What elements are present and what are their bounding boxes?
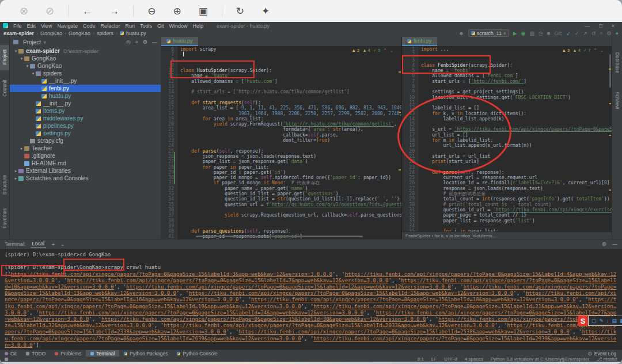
code-line[interactable]: 10 location_dict = settings.get('FBSC_LO…	[402, 95, 612, 100]
code-line[interactable]: 16 s_url = 'https://tiku.fenbi.com/api/x…	[402, 127, 612, 132]
menu-run[interactable]: Run	[125, 23, 135, 29]
menu-code[interactable]: Code	[83, 23, 96, 29]
editor-tab-huatu[interactable]: huatu.py	[161, 37, 198, 46]
url-link[interactable]: https://tiku.fenbi.com/api/xingce/papers…	[126, 284, 451, 290]
toolwindow-tab-sciview[interactable]: SciView	[615, 92, 620, 109]
prev-issue-icon[interactable]: ⌃	[383, 48, 386, 53]
tree-chevron-icon[interactable]: ▸	[13, 176, 18, 181]
menu-git[interactable]: Git	[157, 23, 164, 29]
collapse-all-icon[interactable]: ≡	[135, 39, 138, 45]
code-line[interactable]: 15	[161, 95, 401, 100]
tree-chevron-icon[interactable]: ▾	[31, 71, 36, 76]
code-line[interactable]: 13	[161, 84, 401, 89]
code-line[interactable]: 17 area_list = [-9, 1, 11, 41, 225, 356,…	[161, 105, 401, 111]
code-line[interactable]: 34	[402, 223, 612, 229]
code-line[interactable]: 20	[402, 149, 612, 154]
tree-chevron-icon[interactable]: ▸	[19, 146, 24, 151]
code-line[interactable]: 27 response = json.loads(response.text)	[402, 186, 612, 191]
code-line[interactable]: 14 labelid_list.append(k)	[402, 116, 612, 122]
code-line[interactable]: 25 def parse(self, response):	[161, 149, 401, 154]
tree-item-gongkao[interactable]: ▾GongKao	[10, 62, 161, 70]
event-log-button[interactable]: ⊙Event Log	[588, 351, 622, 357]
code-line[interactable]: 3	[402, 58, 612, 63]
toolwindow-tab-favorites[interactable]: Favorites	[2, 208, 7, 229]
code-line[interactable]: 31 question_id_url = 'https://tiku.fenbi…	[402, 207, 612, 213]
plugin-status-icon[interactable]: ●	[616, 31, 619, 36]
breadcrumb-item[interactable]: huatu.py	[126, 31, 146, 36]
code-line[interactable]: 19 for area in area_list:	[161, 116, 401, 122]
run-button[interactable]: ▶	[513, 31, 517, 36]
rotate-icon[interactable]: ↻	[236, 6, 244, 16]
code-line[interactable]: 32 paper_page = total_count // 15	[402, 213, 612, 218]
blocked-circle-icon[interactable]: ⊘	[45, 6, 54, 16]
git-commit-button[interactable]: ✓	[575, 31, 579, 36]
code-line[interactable]: 30 paper_id_mongo = self.spidercol.find_…	[161, 175, 401, 180]
close-circle-icon[interactable]: ⊗	[20, 6, 28, 16]
code-line[interactable]: 29 total_count = int(response.get('pageI…	[402, 196, 612, 202]
tree-item-pipelines.py[interactable]: pipelines.py	[10, 122, 161, 130]
editor-tab-fenbi[interactable]: fenbi.py	[402, 37, 437, 46]
code-line[interactable]: 31 if paper_id_mongo is None: # 代表未存在	[161, 180, 401, 185]
locate-file-icon[interactable]: ◎	[126, 39, 131, 45]
code-line[interactable]: 10class HuatuSpider(scrapy.Spider):	[161, 68, 401, 73]
code-line[interactable]: 39	[161, 223, 401, 229]
menu-window[interactable]: Window	[169, 23, 188, 29]
menu-tools[interactable]: Tools	[140, 23, 152, 29]
tree-chevron-icon[interactable]: ▸	[13, 169, 18, 173]
breadcrumb-item[interactable]: GongKao	[40, 31, 62, 36]
breadcrumb-item[interactable]: spiders	[97, 31, 113, 36]
url-link[interactable]: https://tiku.fenbi.com/api/xingce/papers…	[189, 290, 514, 296]
code-line[interactable]: 32 paper_name = paper.get('name')	[161, 186, 401, 191]
tree-item-huatu.py[interactable]: huatu.py	[10, 92, 161, 100]
code-line[interactable]: 34 question_id_list = str(question_id_li…	[161, 196, 401, 202]
status-git-branch[interactable]: ⎇ master	[597, 357, 617, 362]
tree-chevron-icon[interactable]: ▾	[13, 49, 18, 54]
capture-keyboard-icon[interactable]: ▤	[612, 318, 617, 324]
tree-item-__init__.py[interactable]: __init__.py	[10, 100, 161, 107]
status-line-ending[interactable]: LF	[431, 357, 437, 362]
code-line[interactable]: 33 question_id_list = paper.get('questio…	[161, 191, 401, 196]
code-line[interactable]: 21 formdata={'area': str(area)},	[161, 127, 401, 132]
code-line[interactable]: 5 name = 'fenbi'	[402, 68, 612, 73]
status-interpreter[interactable]: Python 3.8 virtualenv at C:\Users\ytj\En…	[491, 357, 589, 362]
tree-item-gongkao[interactable]: ▾GongKao	[10, 55, 161, 62]
code-line[interactable]: 26 location_id = re.findall(r'labelId=(\…	[402, 180, 612, 185]
code-line[interactable]: 18 for m in labelid_list:	[402, 138, 612, 143]
new-session-button[interactable]: ＋	[51, 241, 56, 248]
forward-icon[interactable]: →	[109, 6, 119, 16]
tree-item-fenbi.py[interactable]: fenbi.py	[10, 85, 161, 92]
capture-grid-icon[interactable]: ▦	[620, 318, 622, 324]
tree-item-middlewares.py[interactable]: middlewares.py	[10, 115, 161, 122]
capture-tool-logo[interactable]: S	[578, 316, 588, 326]
magic-wand-icon[interactable]: ✦	[261, 6, 270, 16]
editor-breadcrumb[interactable]: FenbiSpider › for k, v in location_dict.…	[402, 232, 612, 239]
url-link[interactable]: https://tiku.fenbi.com/api/xingce/papers…	[164, 323, 494, 328]
tree-item-settings.py[interactable]: settings.py	[10, 130, 161, 137]
code-line[interactable]: 11	[402, 100, 612, 105]
code-line[interactable]: 28 for paper in paper_list:	[161, 165, 401, 170]
url-link[interactable]: https://tiku.fenbi.com/api/xingce/papers…	[251, 297, 576, 302]
code-line[interactable]: 12 labelid_list = []	[402, 105, 612, 111]
code-line[interactable]: 14 # start_urls = ['http://r.huatu.com/t…	[161, 89, 401, 94]
prev-issue-icon[interactable]: ⌃	[593, 48, 597, 53]
code-line[interactable]: 4class FenbiSpider(scrapy.Spider):	[402, 63, 612, 68]
code-line[interactable]: 11 name = 'huatu'	[161, 73, 401, 78]
git-update-button[interactable]: ↙	[566, 31, 571, 36]
status-caret-position[interactable]: 8:1	[418, 357, 424, 362]
code-line[interactable]: 37 yield scrapy.Request(question_url, ca…	[161, 213, 401, 218]
chevron-down-icon[interactable]: ⌄	[60, 241, 65, 247]
project-panel-title[interactable]: Project ▾	[13, 39, 46, 46]
inspections-widget[interactable]: ▲ 3▲ 4✓ 7⌃⌄	[562, 48, 604, 53]
code-line[interactable]: 29 paper_id = paper.get('id')	[161, 170, 401, 175]
code-line[interactable]: 9 settings = get_project_settings()	[402, 89, 612, 94]
code-line[interactable]: 27 paper_list = json_response.get('data'…	[161, 159, 401, 164]
code-line[interactable]: 18 1963, 1964, 1988, 2206, 2250, 2257, 2…	[161, 111, 401, 116]
code-line[interactable]: 7 start_urls = ['http://fenbi.com/']	[402, 79, 612, 84]
code-line[interactable]: 22 callback=self.parse,	[161, 132, 401, 138]
minimize-button[interactable]: —	[585, 23, 590, 29]
code-line[interactable]: 6 allowed_domains = ['fenbi.com']	[402, 73, 612, 78]
menu-view[interactable]: View	[41, 23, 52, 29]
menu-refactor[interactable]: Refactor	[100, 23, 120, 29]
url-link[interactable]: https://tiku.fenbi.com/api/xingce/papers…	[11, 271, 332, 277]
code-line[interactable]: 40 def parse_questions(self, response):	[161, 229, 401, 234]
